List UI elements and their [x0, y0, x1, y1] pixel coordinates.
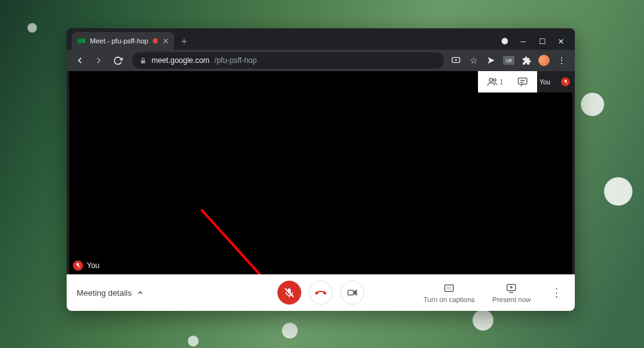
self-video-label: You [87, 261, 99, 270]
participants-button[interactable]: 1 [487, 76, 503, 87]
more-options-button[interactable]: ⋮ [548, 286, 565, 300]
camera-toggle-button[interactable] [340, 281, 364, 305]
chevron-up-icon [136, 289, 144, 296]
self-video-badge: You [73, 261, 99, 271]
cast-icon[interactable] [450, 55, 462, 66]
reload-button[interactable] [109, 52, 126, 69]
tab-title: Meet - pfu-psff-hop [90, 37, 148, 45]
svg-rect-0 [77, 38, 82, 43]
panel-controls: 1 [478, 71, 537, 93]
minimize-button[interactable]: ─ [518, 37, 528, 46]
call-controls [277, 281, 364, 305]
top-right-panel: 1 You [478, 71, 572, 93]
recording-indicator-icon [153, 38, 158, 43]
self-thumbnail-label: You [540, 79, 550, 86]
maximize-button[interactable]: ☐ [537, 37, 547, 46]
svg-rect-12 [348, 290, 353, 295]
microphone-toggle-button[interactable] [277, 281, 301, 305]
url-path: /pfu-psff-hop [214, 56, 257, 65]
forward-button[interactable] [91, 52, 107, 69]
svg-rect-6 [518, 78, 527, 84]
extensions-puzzle-icon[interactable] [521, 55, 532, 66]
close-window-button[interactable]: ✕ [556, 37, 566, 46]
captions-label: Turn on captions [423, 296, 475, 303]
video-area: 1 You You [69, 71, 572, 274]
lock-icon [140, 57, 147, 64]
browser-menu-button[interactable]: ⋮ [556, 55, 567, 66]
browser-tab[interactable]: Meet - pfu-psff-hop ✕ [72, 32, 174, 50]
extension-icons: ☆ Off ⋮ [450, 55, 570, 66]
mic-muted-icon [561, 77, 570, 86]
browser-toolbar: meet.google.com/pfu-psff-hop ☆ Off ⋮ [67, 50, 575, 71]
mic-muted-icon [73, 261, 83, 271]
svg-text:CC: CC [447, 286, 452, 290]
svg-point-4 [490, 78, 493, 81]
back-button[interactable] [72, 52, 88, 69]
new-tab-button[interactable]: + [177, 36, 192, 47]
address-bar[interactable]: meet.google.com/pfu-psff-hop [132, 52, 444, 69]
right-actions: CC Turn on captions Present now ⋮ [423, 283, 565, 303]
browser-window: Meet - pfu-psff-hop ✕ + ⬤ ─ ☐ ✕ meet.goo… [67, 28, 575, 311]
chat-button[interactable] [517, 76, 528, 87]
extension-off-icon[interactable]: Off [503, 56, 514, 65]
window-controls: ⬤ ─ ☐ ✕ [499, 37, 575, 50]
bookmark-star-icon[interactable]: ☆ [468, 55, 479, 66]
svg-point-5 [494, 79, 496, 81]
url-host: meet.google.com [152, 56, 209, 65]
browser-titlebar: Meet - pfu-psff-hop ✕ + ⬤ ─ ☐ ✕ [67, 28, 575, 50]
svg-point-3 [455, 59, 457, 61]
meeting-details-label: Meeting details [77, 288, 131, 298]
captions-button[interactable]: CC Turn on captions [423, 283, 475, 303]
present-button[interactable]: Present now [492, 283, 531, 303]
meet-favicon-icon [77, 36, 86, 45]
page-content: 1 You You [67, 71, 575, 311]
self-thumbnail[interactable]: You [537, 71, 572, 93]
hangup-button[interactable] [309, 281, 333, 305]
profile-avatar[interactable] [538, 55, 550, 66]
tab-close-button[interactable]: ✕ [162, 37, 169, 45]
svg-rect-1 [141, 60, 145, 64]
bottom-bar: Meeting details CC Turn o [67, 274, 575, 311]
meeting-details-button[interactable]: Meeting details [77, 288, 144, 298]
present-label: Present now [492, 296, 531, 303]
extension-tag-icon[interactable] [486, 55, 497, 66]
settings-dot-icon[interactable]: ⬤ [499, 37, 509, 46]
participant-count: 1 [499, 79, 503, 86]
